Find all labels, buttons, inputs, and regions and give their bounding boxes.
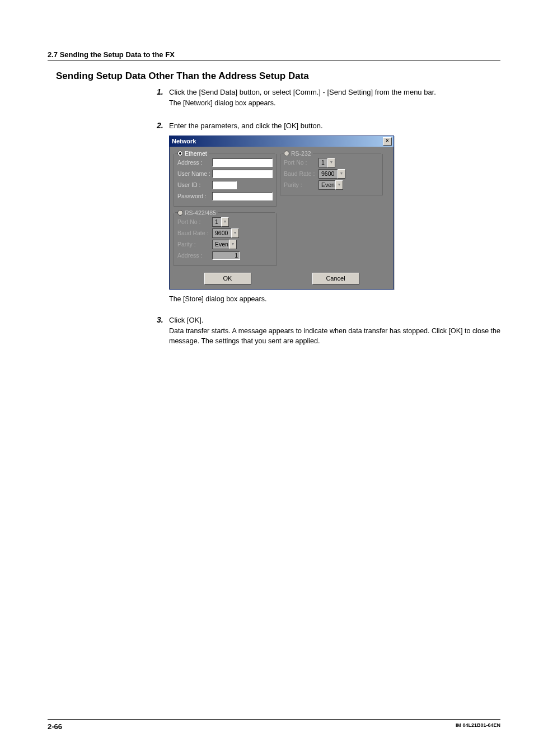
rs232-radio[interactable] <box>284 151 289 156</box>
chevron-down-icon: ▼ <box>335 180 343 190</box>
step-text: Enter the parameters, and click the [OK]… <box>169 121 500 131</box>
step-2: 2. Enter the parameters, and click the [… <box>157 121 500 131</box>
cancel-button[interactable]: Cancel <box>312 273 359 284</box>
rs422-portno-value: 1 <box>212 217 221 227</box>
step-subtext: The [Network] dialog box appears. <box>169 99 500 109</box>
rs422-parity-select[interactable]: Even ▼ <box>212 240 237 249</box>
ethernet-radio[interactable] <box>177 151 183 156</box>
rs232-parity-select[interactable]: Even ▼ <box>318 180 343 190</box>
step-number: 1. <box>157 87 169 96</box>
page-footer: 2-66 IM 04L21B01-64EN <box>48 719 500 731</box>
ethernet-radio-label: Ethernet <box>185 150 207 157</box>
step-subtext: Data transfer starts. A message appears … <box>169 326 500 346</box>
rs232-portno-label: Port No : <box>284 159 318 166</box>
rs422-baud-label: Baud Rate : <box>177 230 212 236</box>
rs422-group: RS-422/485 Port No : 1 ▼ Baud Rate : 960… <box>174 213 277 266</box>
step-1: 1. Click the [Send Data] button, or sele… <box>157 87 500 109</box>
step-3: 3. Click [OK]. Data transfer starts. A m… <box>157 315 500 346</box>
rs232-parity-value: Even <box>318 180 335 190</box>
step-number: 3. <box>157 315 169 324</box>
rs422-portno-select[interactable]: 1 ▼ <box>212 217 229 227</box>
password-input[interactable] <box>212 192 273 200</box>
rs422-baud-select[interactable]: 9600 ▼ <box>212 228 239 238</box>
section-header: 2.7 Sending the Setup Data to the FX <box>48 50 500 60</box>
rs422-radio-label: RS-422/485 <box>185 209 216 216</box>
chevron-down-icon: ▼ <box>231 228 239 238</box>
userid-input[interactable] <box>212 181 237 189</box>
password-label: Password : <box>177 193 212 199</box>
network-dialog: Network × Ethernet Address : User Name :… <box>169 136 394 290</box>
rs232-baud-label: Baud Rate : <box>284 170 318 177</box>
ok-button[interactable]: OK <box>204 273 251 284</box>
userid-label: User ID : <box>177 181 212 188</box>
rs422-baud-value: 9600 <box>212 228 231 238</box>
dialog-title: Network <box>172 138 196 144</box>
chevron-down-icon: ▼ <box>221 217 229 227</box>
rs422-parity-value: Even <box>212 240 229 249</box>
address-input[interactable] <box>212 158 273 167</box>
rs422-parity-label: Parity : <box>177 241 212 248</box>
chevron-down-icon: ▼ <box>327 158 335 167</box>
dialog-titlebar: Network × <box>170 136 394 147</box>
page-number: 2-66 <box>48 722 62 731</box>
rs232-group: RS-232 Port No : 1 ▼ Baud Rate : 9600 ▼ … <box>280 154 383 195</box>
address-label: Address : <box>177 159 212 166</box>
ethernet-group: Ethernet Address : User Name : User ID :… <box>174 154 277 207</box>
step-text: Click [OK]. <box>169 315 500 325</box>
chevron-down-icon: ▼ <box>338 169 345 179</box>
step-text: Click the [Send Data] button, or select … <box>169 87 500 97</box>
rs232-baud-select[interactable]: 9600 ▼ <box>318 169 345 179</box>
rs422-radio[interactable] <box>177 210 183 216</box>
rs422-address-input[interactable]: 1 <box>212 251 240 260</box>
chevron-down-icon: ▼ <box>229 240 237 249</box>
rs232-portno-select[interactable]: 1 ▼ <box>318 158 335 167</box>
step2-after-dialog: The [Store] dialog box appears. <box>169 295 500 303</box>
doc-id: IM 04L21B01-64EN <box>456 722 500 731</box>
rs232-portno-value: 1 <box>318 158 327 167</box>
rs422-portno-label: Port No : <box>177 218 212 225</box>
username-input[interactable] <box>212 170 273 178</box>
rs232-baud-value: 9600 <box>318 169 338 179</box>
username-label: User Name : <box>177 170 212 177</box>
rs422-address-label: Address : <box>177 252 212 259</box>
step-number: 2. <box>157 121 169 130</box>
rs232-radio-label: RS-232 <box>291 150 311 157</box>
page-heading: Sending Setup Data Other Than the Addres… <box>56 71 500 82</box>
rs232-parity-label: Parity : <box>284 181 318 188</box>
close-icon[interactable]: × <box>383 137 392 146</box>
